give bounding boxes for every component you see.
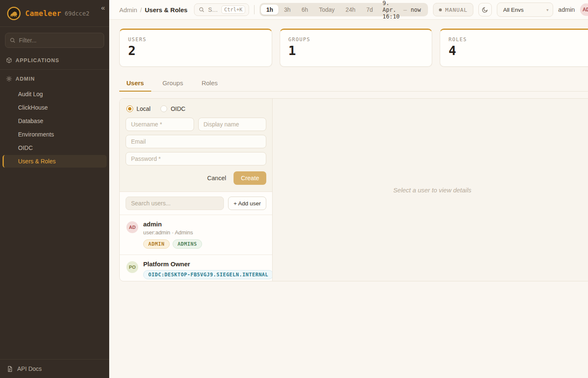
user-avatar[interactable]: AD [580, 3, 588, 16]
sidebar-item-database[interactable]: Database [3, 115, 107, 127]
breadcrumb: Admin / Users & Roles [119, 6, 187, 13]
env-selector[interactable]: All Envs ▾ [497, 3, 553, 17]
theme-toggle-button[interactable] [478, 3, 492, 16]
username-input[interactable] [126, 118, 194, 131]
users-left-column: Local OIDC [120, 99, 273, 281]
time-range-selector: 1h 3h 6h Today 24h 7d 9. Apr. 16:10 — no… [260, 3, 428, 16]
brand-name: Cameleer [25, 9, 61, 18]
add-user-button[interactable]: + Add user [228, 197, 266, 210]
sidebar-item-oidc[interactable]: OIDC [3, 142, 107, 154]
main-area: Admin / Users & Roles S… Ctrl+K 1h 3h 6h… [109, 0, 588, 378]
radio-circle-icon [126, 105, 133, 112]
create-button[interactable]: Create [234, 171, 266, 185]
radio-label: Local [136, 105, 150, 112]
status-dot-icon [439, 8, 442, 11]
time-to: now [411, 6, 421, 13]
radio-oidc[interactable]: OIDC [160, 105, 185, 112]
users-panel: Local OIDC [119, 98, 588, 281]
user-name: admin [143, 220, 202, 228]
sidebar-item-clickhouse[interactable]: ClickHouse [3, 101, 107, 114]
moon-icon [482, 6, 488, 13]
sidebar-divider [0, 69, 109, 70]
auth-type-radios: Local OIDC [126, 105, 266, 112]
document-icon [7, 366, 13, 372]
tab-roles[interactable]: Roles [194, 76, 225, 92]
breadcrumb-current: Users & Roles [145, 6, 188, 13]
time-range-custom[interactable]: 9. Apr. 16:10 — now [378, 0, 427, 20]
topbar-right-group: MANUAL All Envs ▾ admin AD [433, 3, 588, 17]
stat-card-users: USERS 2 [119, 29, 272, 67]
sidebar-section-applications[interactable]: APPLICATIONS [0, 53, 109, 68]
cancel-button[interactable]: Cancel [207, 175, 226, 181]
password-input[interactable] [126, 152, 266, 165]
role-badge: ADMIN [143, 239, 170, 249]
search-shortcut: Ctrl+K [221, 5, 245, 14]
time-range-today[interactable]: Today [313, 5, 340, 15]
sidebar-item-environments[interactable]: Environments [3, 128, 107, 141]
sidebar-header: Cameleer 69dcce2 [0, 0, 109, 27]
email-input[interactable] [126, 135, 266, 148]
time-range-1h[interactable]: 1h [261, 5, 278, 15]
avatar: PO [126, 261, 138, 273]
sidebar-filter [0, 27, 109, 53]
stat-card-groups: GROUPS 1 [280, 29, 433, 67]
tab-groups[interactable]: Groups [155, 76, 190, 92]
radio-local[interactable]: Local [126, 105, 150, 112]
radio-label: OIDC [171, 105, 185, 112]
user-search-input[interactable] [126, 197, 224, 210]
sidebar-collapse-button[interactable]: « [101, 4, 105, 11]
cube-icon [6, 57, 12, 63]
stat-value: 2 [128, 45, 263, 57]
app-window: « Cameleer 69dcce2 [0, 0, 588, 378]
group-badge: ADMINS [173, 239, 202, 249]
user-name: Platform Owner [143, 260, 272, 268]
global-search-button[interactable]: S… Ctrl+K [194, 3, 249, 16]
stat-value: 4 [449, 45, 584, 57]
stat-card-roles: ROLES 4 [440, 29, 588, 67]
display-name-input[interactable] [198, 118, 267, 131]
api-docs-label: API Docs [17, 365, 42, 372]
empty-state-text: Select a user to view details [393, 186, 471, 194]
refresh-mode-button[interactable]: MANUAL [433, 3, 473, 16]
sidebar-filter-input[interactable] [19, 37, 100, 44]
topbar: Admin / Users & Roles S… Ctrl+K 1h 3h 6h… [109, 0, 588, 20]
user-row-admin[interactable]: AD admin user:admin · Admins ADMIN ADMIN… [120, 215, 272, 255]
tab-users[interactable]: Users [119, 76, 151, 92]
search-icon [10, 37, 16, 43]
time-range-7d[interactable]: 7d [361, 5, 378, 15]
time-separator: — [404, 6, 407, 13]
create-user-form: Local OIDC [120, 99, 272, 192]
stat-value: 1 [289, 45, 424, 57]
user-meta: user:admin · Admins [143, 229, 202, 236]
refresh-mode-label: MANUAL [445, 7, 467, 13]
topbar-username: admin [558, 6, 575, 13]
sidebar-section-admin[interactable]: ADMIN [0, 71, 109, 86]
gear-icon [6, 76, 12, 82]
user-list: AD admin user:admin · Admins ADMIN ADMIN… [120, 215, 272, 281]
breadcrumb-parent[interactable]: Admin [119, 6, 137, 13]
user-search-row: + Add user [120, 192, 272, 215]
search-label: S… [208, 6, 218, 13]
time-range-6h[interactable]: 6h [296, 5, 314, 15]
search-icon [199, 7, 205, 13]
chevron-down-icon: ▾ [546, 8, 549, 12]
breadcrumb-separator: / [140, 6, 142, 13]
build-id: 69dcce2 [65, 10, 89, 17]
sidebar: « Cameleer 69dcce2 [0, 0, 109, 378]
page-content: USERS 2 GROUPS 1 ROLES 4 Users Groups Ro… [109, 20, 588, 378]
sidebar-item-audit-log[interactable]: Audit Log [3, 88, 107, 100]
oidc-issuer-badge: OIDC:DESKTOP-FB5VGJ9.SIEGELN.INTERNAL [143, 270, 272, 279]
tabs: Users Groups Roles [119, 76, 588, 92]
user-row-platform-owner[interactable]: PO Platform Owner OIDC:DESKTOP-FB5VGJ9.S… [120, 255, 272, 281]
sidebar-item-api-docs[interactable]: API Docs [0, 359, 109, 378]
time-range-3h[interactable]: 3h [278, 5, 296, 15]
time-from: 9. Apr. 16:10 [383, 0, 400, 20]
sidebar-item-users-roles[interactable]: Users & Roles [3, 155, 107, 168]
time-range-24h[interactable]: 24h [340, 5, 361, 15]
stat-label: USERS [128, 37, 263, 42]
stats-row: USERS 2 GROUPS 1 ROLES 4 [119, 29, 588, 67]
avatar: AD [126, 221, 138, 233]
stat-label: GROUPS [289, 37, 424, 42]
brand-logo-camel-icon [7, 6, 21, 21]
sidebar-section-label: APPLICATIONS [16, 58, 59, 63]
